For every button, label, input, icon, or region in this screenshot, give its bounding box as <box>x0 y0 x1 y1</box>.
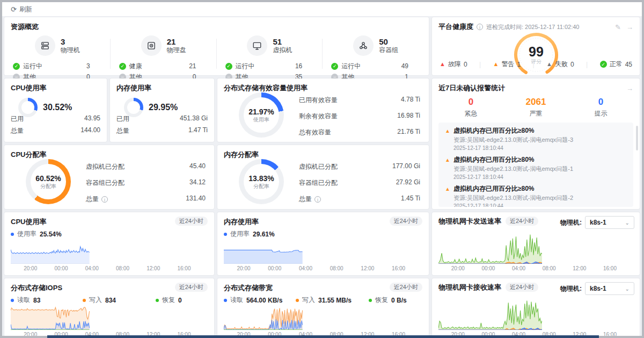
fault-icon: ▲ <box>440 61 445 67</box>
kv-value: 451.38 Gi <box>180 114 208 124</box>
alarm-resource: 资源:吴国斌-edge2.13.0测试-润电emqx问题-3 <box>453 136 627 143</box>
legend-dot <box>369 299 372 302</box>
kv-value: 34.12 <box>189 178 206 188</box>
alarm-time: 2025-12-17 18:10:44 <box>453 203 627 207</box>
scrollbar-thumb[interactable] <box>636 126 638 150</box>
legend-dot <box>224 233 227 236</box>
donut-label: 分配率 <box>40 183 56 190</box>
machine-select-value: k8s-1 <box>590 219 606 226</box>
storage-capacity-donut: 21.97% 使用率 <box>239 92 284 138</box>
legend-value: 31.55 MB/s <box>318 297 352 304</box>
legend-name: 写入 <box>89 296 102 305</box>
warning-icon: ▲ <box>493 61 499 67</box>
kv-label: 已用有效容量 <box>299 96 338 105</box>
kv-label: 剩余有效容量 <box>299 112 338 121</box>
chart-legend: 读取 83 <box>11 296 40 305</box>
legend-value: 0 B/s <box>391 297 407 304</box>
legend-value: 25.54% <box>40 231 62 238</box>
status-label: 运行中 <box>341 62 361 71</box>
panel-title: 资源概览 <box>11 23 39 31</box>
kv-label: 容器组已分配 <box>86 178 125 188</box>
info-icon[interactable]: i <box>314 196 321 203</box>
arrow-right-icon[interactable]: → <box>626 84 633 92</box>
storage-iops-chart <box>11 306 90 330</box>
edit-icon[interactable]: ✎ <box>615 23 621 31</box>
info-icon[interactable]: i <box>101 196 108 203</box>
alarm-label: 提示 <box>568 109 633 118</box>
status-label: 警告 <box>501 60 514 69</box>
chart-title: CPU使用率 <box>11 218 46 226</box>
alarm-label: 紧急 <box>438 109 503 118</box>
arrow-right-icon[interactable]: → <box>626 23 633 31</box>
cpu-usage-card: CPU使用率 30.52% 已用43.95 总量144.00 <box>4 78 107 142</box>
vm-icon <box>247 35 267 56</box>
donut-label: 分配率 <box>253 183 269 190</box>
running-icon: ✓ <box>13 63 20 70</box>
kv-value: 1.47 Ti <box>188 126 208 135</box>
x-axis: 20:0000:0004:0008:0012:0016:00 <box>224 265 422 272</box>
nic-recv-chart-card: 物理机网卡接收速率 近24小时 物理机: k8s-1 ⌄ 20:0000:000… <box>432 278 640 338</box>
machine-select[interactable]: k8s-1 ⌄ <box>585 282 634 295</box>
panel-title: 近7日未确认报警统计 <box>438 84 505 92</box>
mem-usage-card: 内存使用率 29.95% 已用451.38 Gi 总量1.47 Ti <box>110 78 214 142</box>
x-tick-label: 16:00 <box>177 265 191 271</box>
legend-name: 恢复 <box>375 296 388 305</box>
legend-value: 564.00 KB/s <box>246 297 282 304</box>
resource-overview-card: 资源概览 3 物理机 ✓运行中3 –其他0 21 <box>4 17 429 75</box>
alarm-title: 虚拟机内存已用百分比≥80% <box>453 156 535 164</box>
legend-value: 83 <box>33 297 40 304</box>
kv-value: 21.76 Ti <box>397 128 420 137</box>
range-badge: 近24小时 <box>390 217 422 226</box>
healthy-icon: ✓ <box>119 63 126 70</box>
kv-value: 144.00 <box>80 126 100 135</box>
stat-count: 21 <box>167 37 186 46</box>
chart-legend: 写入 31.55 MB/s <box>296 296 352 305</box>
stat-name: 物理机 <box>61 46 80 54</box>
machine-select-value: k8s-1 <box>590 285 606 292</box>
status-label: 健康 <box>129 62 142 71</box>
kv-value: 4.78 Ti <box>401 96 420 105</box>
x-tick-label: 04:00 <box>512 265 525 271</box>
nic-send-chart <box>438 233 542 264</box>
alarm-item[interactable]: ▲虚拟机内存已用百分比≥80% 资源:吴国斌-edge2.13.0测试-润电em… <box>445 156 627 181</box>
alarm-title: 虚拟机内存已用百分比≥80% <box>453 185 535 193</box>
range-badge: 近24小时 <box>506 217 538 226</box>
alarm-item[interactable]: ▲虚拟机内存已用百分比≥80% 资源:吴国斌-edge2.13.0测试-润电em… <box>445 127 627 152</box>
chart-legend: 恢复 0 B/s <box>369 296 407 305</box>
kv-label: 总量 <box>86 195 99 204</box>
legend-dot <box>83 299 86 302</box>
legend-value: 0 <box>178 297 182 304</box>
status-label: 故障 <box>448 60 461 69</box>
status-value: 16 <box>295 62 302 70</box>
info-icon[interactable]: i <box>477 24 483 30</box>
storage-bw-chart-card: 分布式存储带宽 近24小时 读取 564.00 KB/s 写入 31.55 MB… <box>217 278 429 338</box>
card-title: 内存分配率 <box>224 150 259 159</box>
kv-label: 虚拟机已分配 <box>299 162 338 171</box>
stat-name: 物理盘 <box>167 46 186 54</box>
x-tick-label: 20:00 <box>24 332 37 337</box>
chart-title: 分布式存储带宽 <box>224 284 273 292</box>
running-icon: ✓ <box>331 63 338 70</box>
card-title: CPU分配率 <box>11 150 46 159</box>
refresh-button[interactable]: ⟳ 刷新 <box>11 5 32 14</box>
kv-label: 总量 <box>11 126 24 135</box>
fail-icon: ▲ <box>546 61 552 67</box>
alarm-item[interactable]: ▲虚拟机内存已用百分比≥80% 资源:吴国斌-edge2.13.0测试-润电em… <box>445 185 627 207</box>
x-tick-label: 04:00 <box>299 265 312 271</box>
alarm-warning-icon: ▲ <box>445 185 450 193</box>
machine-select[interactable]: k8s-1 ⌄ <box>585 216 634 229</box>
stat-count: 50 <box>379 37 398 46</box>
chart-legend: 使用率 29.61% <box>224 229 275 239</box>
stat-physical-disk: 21 物理盘 ✓健康21 –其他0 <box>111 33 217 71</box>
alarm-label: 严重 <box>503 109 568 118</box>
storage-iops-chart-card: 分布式存储IOPS 近24小时 读取 83 写入 834 恢复 0 20:000… <box>4 278 214 338</box>
legend-dot <box>224 299 227 302</box>
range-badge: 近24小时 <box>390 283 422 292</box>
legend-dot <box>11 233 14 236</box>
mem-usage-chart <box>224 240 303 264</box>
overview-quarters: 3 物理机 ✓运行中3 –其他0 21 物理盘 ✓健康21 –其他0 <box>4 33 429 71</box>
storage-bw-chart <box>224 306 303 330</box>
x-tick-label: 08:00 <box>543 265 556 271</box>
divider: | <box>586 61 588 68</box>
status-row: ✓运行中16 <box>225 61 303 71</box>
